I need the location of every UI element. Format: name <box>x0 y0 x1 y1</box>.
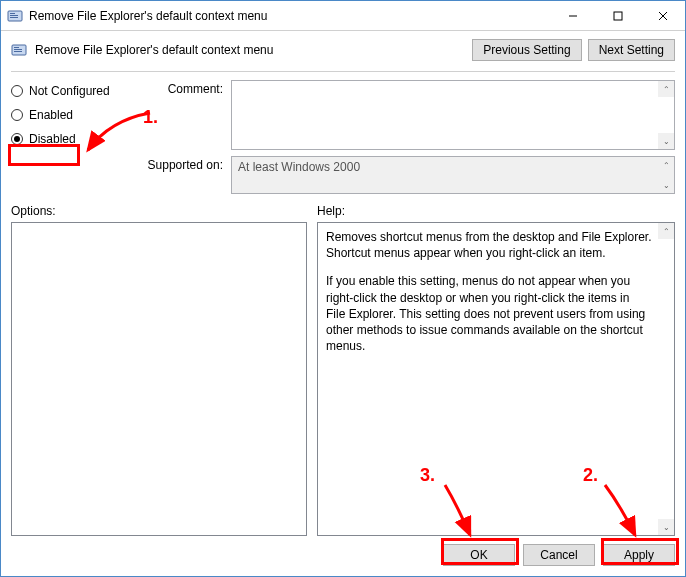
panel-labels: Options: Help: <box>11 204 675 218</box>
next-setting-button[interactable]: Next Setting <box>588 39 675 61</box>
annotation-highlight-ok <box>441 538 519 565</box>
svg-rect-5 <box>614 12 622 20</box>
close-button[interactable] <box>640 1 685 30</box>
scroll-up-icon[interactable]: ⌃ <box>658 157 674 173</box>
scroll-down-icon[interactable]: ⌄ <box>658 177 674 193</box>
policy-editor-window: Remove File Explorer's default context m… <box>0 0 686 577</box>
policy-title: Remove File Explorer's default context m… <box>35 43 464 57</box>
radio-enabled[interactable]: Enabled <box>11 108 121 122</box>
radio-icon <box>11 85 23 97</box>
scroll-down-icon[interactable]: ⌄ <box>658 519 674 535</box>
supported-value: At least Windows 2000 <box>232 157 674 177</box>
content-area: Remove File Explorer's default context m… <box>1 31 685 576</box>
svg-rect-3 <box>10 17 18 18</box>
help-panel: Removes shortcut menus from the desktop … <box>317 222 675 536</box>
scroll-down-icon[interactable]: ⌄ <box>658 133 674 149</box>
help-text: Removes shortcut menus from the desktop … <box>318 223 674 372</box>
options-panel <box>11 222 307 536</box>
fields-column: Comment: ⌃ ⌄ Supported on: At least Wind… <box>141 80 675 194</box>
cancel-button[interactable]: Cancel <box>523 544 595 566</box>
help-paragraph-1: Removes shortcut menus from the desktop … <box>326 229 652 261</box>
panels: Removes shortcut menus from the desktop … <box>11 222 675 536</box>
supported-textarea: At least Windows 2000 ⌃ ⌄ <box>231 156 675 194</box>
window-title: Remove File Explorer's default context m… <box>29 9 550 23</box>
radio-not-configured[interactable]: Not Configured <box>11 84 121 98</box>
comment-row: Comment: ⌃ ⌄ <box>141 80 675 150</box>
help-label: Help: <box>317 204 345 218</box>
maximize-button[interactable] <box>595 1 640 30</box>
svg-rect-1 <box>10 13 15 14</box>
minimize-button[interactable] <box>550 1 595 30</box>
svg-rect-9 <box>14 47 19 48</box>
policy-icon <box>7 8 23 24</box>
svg-rect-10 <box>14 49 22 50</box>
annotation-highlight-disabled <box>8 144 80 166</box>
supported-row: Supported on: At least Windows 2000 ⌃ ⌄ <box>141 156 675 194</box>
radio-group: Not Configured Enabled Disabled <box>11 80 121 194</box>
scroll-up-icon[interactable]: ⌃ <box>658 223 674 239</box>
radio-label: Not Configured <box>29 84 110 98</box>
footer-buttons: OK Cancel Apply <box>11 544 675 566</box>
svg-rect-11 <box>14 51 22 52</box>
scroll-up-icon[interactable]: ⌃ <box>658 81 674 97</box>
previous-setting-button[interactable]: Previous Setting <box>472 39 581 61</box>
comment-label: Comment: <box>141 80 223 150</box>
policy-icon <box>11 42 27 58</box>
comment-value <box>232 81 674 87</box>
config-area: Not Configured Enabled Disabled Comment:… <box>11 80 675 194</box>
header-row: Remove File Explorer's default context m… <box>11 39 675 61</box>
supported-label: Supported on: <box>141 156 223 194</box>
options-label: Options: <box>11 204 307 218</box>
comment-textarea[interactable]: ⌃ ⌄ <box>231 80 675 150</box>
annotation-highlight-apply <box>601 538 679 565</box>
radio-icon <box>11 109 23 121</box>
nav-buttons: Previous Setting Next Setting <box>472 39 675 61</box>
divider <box>11 71 675 72</box>
window-controls <box>550 1 685 30</box>
help-paragraph-2: If you enable this setting, menus do not… <box>326 273 652 354</box>
radio-label: Enabled <box>29 108 73 122</box>
svg-rect-2 <box>10 15 18 16</box>
titlebar: Remove File Explorer's default context m… <box>1 1 685 31</box>
